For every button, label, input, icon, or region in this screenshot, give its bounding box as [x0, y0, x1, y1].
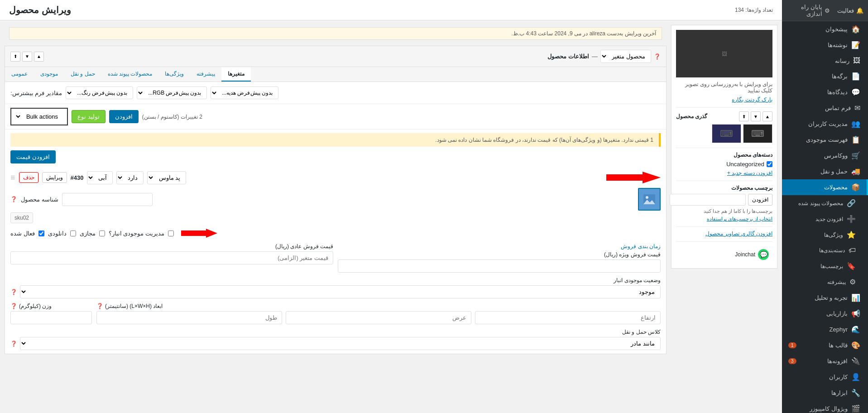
word-count: تعداد واژه‌ها: 134 — [735, 7, 773, 13]
sidebar-item-contact[interactable]: ✉ فرم تماس — [782, 100, 868, 116]
topbar-activity[interactable]: 🔔 فعالیت — [837, 4, 863, 17]
meta-sort-up[interactable]: ▲ — [34, 52, 44, 62]
tab-pisharafte[interactable]: پیشرفته — [190, 67, 221, 82]
sidebar-item-comments[interactable]: 💬 دیدگاه‌ها — [782, 84, 868, 100]
sidebar-item-plugins[interactable]: 🔌 افزونه‌ها 3 — [782, 353, 868, 369]
sidebar-item-analytics[interactable]: 📊 تجربه و تحلیل — [782, 290, 868, 306]
sale-price-input[interactable] — [338, 259, 661, 273]
variation-image[interactable] — [638, 188, 661, 211]
add-price-btn[interactable]: افزودن قیمت — [10, 150, 56, 163]
generate-variations-btn[interactable]: تولید نوع — [72, 110, 106, 123]
product-data-label: اطلاعات محصول — [547, 53, 589, 60]
sidebar-item-tags[interactable]: 🔖 برچسب‌ها — [782, 258, 868, 274]
advanced-icon: ⚙ — [849, 278, 856, 286]
tab-linked[interactable]: محصولات پیوند شده — [101, 67, 159, 82]
variation-has-select[interactable]: دارد — [116, 171, 144, 184]
add-tag-btn[interactable]: افزودن — [748, 194, 772, 206]
cat-icon: 🏷 — [849, 246, 856, 255]
sidebar-item-posts[interactable]: 📝 نوشته‌ها — [782, 37, 868, 53]
products-icon: 📦 — [851, 183, 860, 192]
sidebar-item-subscribers[interactable]: 🏠 پیشخوان — [782, 21, 868, 37]
sidebar-label: محصولات — [824, 184, 848, 191]
variation-delete-btn[interactable]: حذف — [19, 172, 38, 183]
width-input[interactable] — [286, 311, 471, 324]
stock-status-select[interactable]: موجود — [20, 285, 661, 298]
sidebar-item-zephyr[interactable]: 🌊 Zephyr — [782, 322, 868, 337]
sidebar-label: محصولات پیوند شده — [798, 200, 843, 206]
plugins-icon: 🔌 — [851, 357, 860, 365]
add-variation-btn[interactable]: افزودن — [109, 110, 139, 123]
sidebar-label: ابزارها — [831, 389, 848, 396]
sidebar-item-advanced[interactable]: ⚙ پیشرفته — [782, 274, 868, 290]
sidebar-item-marketing[interactable]: 📢 بازاریابی — [782, 306, 868, 322]
sidebar-item-features[interactable]: ⭐ ویژگی‌ها — [782, 227, 868, 243]
variation-edit-btn[interactable]: ویرایش — [42, 172, 67, 183]
uncategorized-checkbox[interactable] — [767, 161, 772, 167]
sku-input[interactable] — [62, 193, 153, 206]
sort-down-btn[interactable]: ▼ — [751, 111, 761, 121]
sale-schedule-link[interactable]: زمان بندی فروش — [338, 243, 661, 250]
sort-up-btn[interactable]: ▲ — [762, 111, 772, 121]
sidebar-item-videowall[interactable]: 🎬 ویژوال کامپیوزر — [782, 401, 868, 413]
product-type-select[interactable]: محصول متغیر — [600, 50, 651, 63]
stock-status-label: وضعیت موجودی انبار — [10, 277, 661, 283]
sidebar-item-pages[interactable]: 📄 برگه‌ها — [782, 68, 868, 84]
changes-label[interactable]: 2 تغییرات (کاستوم / بستن) — [142, 114, 202, 120]
sale-price-label: قیمت فروش ویژه (ریال) — [338, 251, 661, 258]
tag-input[interactable] — [670, 194, 746, 206]
variation-section: پد ماوس دارد آبی #430 ویرایش — [5, 167, 666, 354]
sidebar-item-tools[interactable]: 🔧 ابزارها — [782, 385, 868, 401]
sidebar-item-templates[interactable]: 🎨 قالب ها 1 — [782, 337, 868, 353]
topbar-setup[interactable]: ⚙ پایان راه اندازی — [786, 4, 830, 17]
tab-tags[interactable]: ویژگی‌ها — [158, 67, 190, 82]
height-input[interactable] — [475, 311, 661, 324]
thumb-icon2: ⌨ — [720, 128, 733, 139]
sidebar-item-inventory[interactable]: 📋 فهرست موجودی — [782, 132, 868, 148]
regular-price-input[interactable] — [10, 251, 333, 264]
main-content: تعداد واژه‌ها: 134 ویرایش محصول 🖼 برای و… — [0, 0, 782, 413]
tab-shipping[interactable]: حمل و نقل — [64, 67, 101, 82]
posts-icon: 📝 — [851, 41, 860, 49]
gift-select[interactable]: بدون پیش‌فرض هدیه... — [211, 86, 278, 99]
inventory-checkbox[interactable] — [168, 231, 174, 236]
svg-point-2 — [646, 196, 648, 199]
variation-color-select[interactable]: آبی — [87, 171, 113, 184]
rgb-select[interactable]: بدون پیش‌فرض RGB... — [137, 86, 207, 99]
thumb-2[interactable]: ⌨ — [712, 124, 741, 143]
media-icon: 🖼 — [853, 57, 860, 65]
add-category-link[interactable]: افزودن دسته جدید + — [676, 170, 772, 176]
meta-sort-top[interactable]: ⬆ — [10, 52, 20, 62]
sidebar-label: تجربه و تحلیل — [815, 294, 848, 301]
bulk-actions-select[interactable]: Bulk actions — [15, 110, 63, 123]
enabled-checkbox[interactable] — [38, 231, 44, 236]
sidebar-item-add-new[interactable]: ➕ افزودن جدید — [782, 211, 868, 227]
sidebar-label: افزونه‌ها — [827, 358, 848, 365]
sidebar-item-users-mgmt[interactable]: 👥 مدیریت کاربران — [782, 116, 868, 132]
tags-header: برچسب محصولات — [676, 185, 772, 191]
drag-handle[interactable]: ≡ — [10, 173, 15, 182]
barc-gardan-link[interactable]: بارک گردنت بگاره — [676, 96, 772, 103]
sidebar-item-woocommerce[interactable]: 🛒 ووکامرس — [782, 148, 868, 163]
virtual-checkbox[interactable] — [99, 231, 105, 236]
thumb-1[interactable]: ⌨ — [743, 124, 772, 143]
sort-top-btn[interactable]: ⬆ — [739, 111, 749, 121]
downloadable-checkbox[interactable] — [70, 231, 76, 236]
sidebar-item-products[interactable]: 📦 محصولات — [782, 179, 868, 195]
sidebar-item-users[interactable]: 👤 کاربران — [782, 369, 868, 385]
tab-general[interactable]: عمومی — [5, 67, 34, 82]
sidebar-item-linked-products[interactable]: 🔗 محصولات پیوند شده — [782, 195, 868, 211]
choose-tags-link[interactable]: انتخاب از برچسب‌های پراستفاده — [676, 216, 772, 222]
tab-inventory[interactable]: موجودی — [34, 67, 64, 82]
tab-variations[interactable]: متغیرها — [221, 67, 251, 82]
length-input[interactable] — [96, 311, 282, 324]
color-select[interactable]: بدون پیش‌فرض رنگ... — [66, 86, 133, 99]
sidebar-item-shipping[interactable]: 🚚 حمل و نقل — [782, 163, 868, 179]
sidebar-item-categories[interactable]: 🏷 دسته‌بندی‌ها — [782, 243, 868, 258]
variation-mousepad-select[interactable]: پد ماوس — [147, 171, 186, 184]
weight-input[interactable] — [10, 311, 92, 324]
add-gallery-link[interactable]: افزودن گالری تصاویر محصول — [676, 231, 772, 237]
meta-sort-down[interactable]: ▼ — [22, 52, 32, 62]
sidebar-item-media[interactable]: 🖼 رسانه — [782, 53, 868, 68]
last-modified-text: آخرین ویرایش به‌دست alireza در می 9, 202… — [512, 30, 657, 37]
shipping-class-select[interactable]: مانند مادر — [20, 337, 661, 350]
